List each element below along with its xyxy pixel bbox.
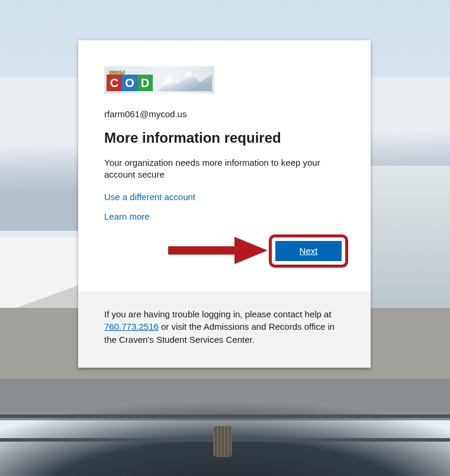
- logo-tile-d: D: [137, 75, 153, 91]
- card-body: my C O D rfarm061@mycod.us More informat…: [78, 40, 371, 291]
- svg-marker-1: [234, 237, 268, 264]
- next-button[interactable]: Next: [275, 241, 342, 261]
- logo-mountains-icon: [158, 69, 212, 91]
- bg-step-line: [0, 414, 450, 418]
- action-row: Next: [104, 234, 345, 268]
- use-different-account-link[interactable]: Use a different account: [104, 192, 195, 202]
- help-footer: If you are having trouble logging in, pl…: [78, 291, 371, 368]
- bg-trash-can: [213, 426, 232, 457]
- logo-tile-c: C: [107, 75, 122, 91]
- logo-tiles: C O D: [107, 75, 153, 91]
- svg-rect-0: [168, 246, 238, 255]
- page-title: More information required: [104, 130, 345, 146]
- page-description: Your organization needs more information…: [104, 157, 323, 181]
- learn-more-link[interactable]: Learn more: [104, 211, 150, 221]
- annotation-arrow-icon: [168, 237, 268, 264]
- org-logo: my C O D: [104, 66, 214, 94]
- footer-text-before: If you are having trouble logging in, pl…: [104, 309, 332, 319]
- signin-card: my C O D rfarm061@mycod.us More informat…: [78, 40, 371, 368]
- annotation-highlight-box: Next: [269, 234, 348, 268]
- logo-tile-o: O: [122, 75, 137, 91]
- account-identity: rfarm061@mycod.us: [104, 109, 345, 119]
- help-phone-link[interactable]: 760.773.2516: [104, 321, 159, 332]
